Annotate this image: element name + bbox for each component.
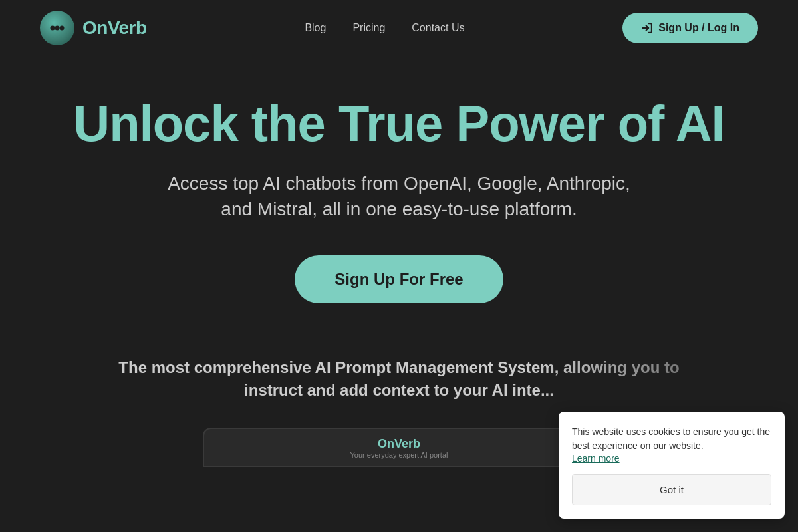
logo-icon [40, 11, 74, 45]
nav-pricing[interactable]: Pricing [352, 22, 385, 34]
description-line2: instruct and add context to your AI inte… [244, 381, 554, 399]
main-nav: Blog Pricing Contact Us [305, 22, 464, 34]
description-line1: The most comprehensive AI Prompt Managem… [118, 358, 679, 376]
hero-subtitle-line1: Access top AI chatbots from OpenAI, Goog… [168, 173, 630, 194]
hero-title: Unlock the True Power of AI [66, 96, 732, 152]
svg-point-2 [60, 26, 65, 31]
svg-point-0 [51, 26, 55, 31]
description-section: The most comprehensive AI Prompt Managem… [0, 330, 798, 414]
preview-tagline: Your everyday expert AI portal [350, 451, 448, 459]
cookie-text: This website uses cookies to ensure you … [572, 426, 770, 451]
description-text: The most comprehensive AI Prompt Managem… [66, 356, 732, 401]
logo-text: OnVerb [82, 17, 147, 39]
hero-cta-button[interactable]: Sign Up For Free [295, 255, 503, 303]
nav-blog[interactable]: Blog [305, 22, 326, 34]
hero-subtitle-line2: and Mistral, all in one easy-to-use plat… [221, 199, 577, 219]
cookie-banner: This website uses cookies to ensure you … [559, 412, 785, 519]
svg-point-1 [55, 26, 60, 31]
preview-box: OnVerb Your everyday expert AI portal [203, 428, 595, 467]
nav-contact[interactable]: Contact Us [412, 22, 464, 34]
header: OnVerb Blog Pricing Contact Us Sign Up /… [0, 0, 798, 56]
hero-subtitle: Access top AI chatbots from OpenAI, Goog… [66, 170, 732, 222]
logo-area[interactable]: OnVerb [40, 11, 147, 45]
hero-section: Unlock the True Power of AI Access top A… [0, 56, 798, 330]
login-icon [641, 22, 653, 34]
cookie-got-it-button[interactable]: Got it [572, 474, 771, 505]
preview-logo: OnVerb [378, 437, 420, 451]
header-signup-label: Sign Up / Log In [658, 22, 739, 34]
cookie-learn-more-link[interactable]: Learn more [572, 453, 771, 464]
header-signup-button[interactable]: Sign Up / Log In [622, 13, 758, 43]
